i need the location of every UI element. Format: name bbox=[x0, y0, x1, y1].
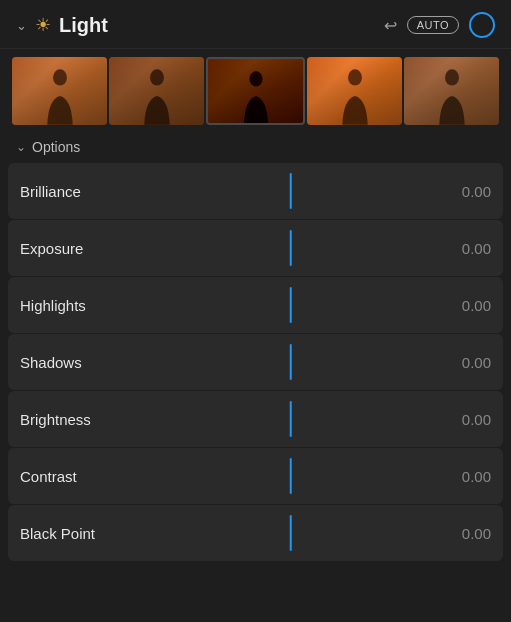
slider-label-shadows: Shadows bbox=[20, 354, 150, 371]
slider-track-blackpoint[interactable] bbox=[150, 505, 431, 561]
slider-track-shadows[interactable] bbox=[150, 334, 431, 390]
slider-label-exposure: Exposure bbox=[20, 240, 150, 257]
svg-point-3 bbox=[348, 70, 362, 86]
slider-track-exposure[interactable] bbox=[150, 220, 431, 276]
slider-indicator-exposure bbox=[289, 230, 292, 266]
filmstrip-item[interactable] bbox=[307, 57, 402, 125]
slider-indicator-highlights bbox=[289, 287, 292, 323]
slider-label-brilliance: Brilliance bbox=[20, 183, 150, 200]
slider-indicator-contrast bbox=[289, 458, 292, 494]
slider-indicator-brilliance bbox=[289, 173, 292, 209]
filmstrip-thumbnail bbox=[208, 59, 303, 123]
svg-point-2 bbox=[249, 71, 262, 86]
header-actions: ↩ AUTO bbox=[384, 12, 495, 38]
slider-label-contrast: Contrast bbox=[20, 468, 150, 485]
toggle-button[interactable] bbox=[469, 12, 495, 38]
panel-header: ⌄ ☀ Light ↩ AUTO bbox=[0, 0, 511, 49]
svg-point-0 bbox=[53, 70, 67, 86]
slider-value-shadows: 0.00 bbox=[431, 354, 491, 371]
panel-title: Light bbox=[59, 14, 376, 37]
slider-value-blackpoint: 0.00 bbox=[431, 525, 491, 542]
svg-point-1 bbox=[150, 70, 164, 86]
filmstrip-item[interactable] bbox=[12, 57, 107, 125]
slider-label-brightness: Brightness bbox=[20, 411, 150, 428]
filmstrip-thumbnail bbox=[109, 57, 204, 125]
slider-label-highlights: Highlights bbox=[20, 297, 150, 314]
slider-track-brightness[interactable] bbox=[150, 391, 431, 447]
filmstrip-item[interactable] bbox=[404, 57, 499, 125]
sliders-container: Brilliance0.00Exposure0.00Highlights0.00… bbox=[0, 163, 511, 622]
light-panel: ⌄ ☀ Light ↩ AUTO bbox=[0, 0, 511, 622]
slider-value-brightness: 0.00 bbox=[431, 411, 491, 428]
filmstrip-item[interactable] bbox=[109, 57, 204, 125]
slider-row-exposure[interactable]: Exposure0.00 bbox=[8, 220, 503, 276]
svg-point-4 bbox=[445, 70, 459, 86]
filmstrip-thumbnail bbox=[404, 57, 499, 125]
collapse-chevron-icon[interactable]: ⌄ bbox=[16, 18, 27, 33]
filmstrip-thumbnail bbox=[12, 57, 107, 125]
slider-label-blackpoint: Black Point bbox=[20, 525, 150, 542]
slider-value-contrast: 0.00 bbox=[431, 468, 491, 485]
auto-button[interactable]: AUTO bbox=[407, 16, 459, 34]
slider-track-highlights[interactable] bbox=[150, 277, 431, 333]
slider-value-exposure: 0.00 bbox=[431, 240, 491, 257]
slider-row-blackpoint[interactable]: Black Point0.00 bbox=[8, 505, 503, 561]
slider-row-brightness[interactable]: Brightness0.00 bbox=[8, 391, 503, 447]
undo-icon[interactable]: ↩ bbox=[384, 16, 397, 35]
options-header[interactable]: ⌄ Options bbox=[0, 133, 511, 163]
filmstrip bbox=[0, 49, 511, 133]
slider-row-highlights[interactable]: Highlights0.00 bbox=[8, 277, 503, 333]
filmstrip-thumbnail bbox=[307, 57, 402, 125]
filmstrip-item[interactable] bbox=[206, 57, 305, 125]
slider-indicator-shadows bbox=[289, 344, 292, 380]
slider-row-shadows[interactable]: Shadows0.00 bbox=[8, 334, 503, 390]
slider-track-brilliance[interactable] bbox=[150, 163, 431, 219]
sun-icon: ☀ bbox=[35, 14, 51, 36]
slider-row-contrast[interactable]: Contrast0.00 bbox=[8, 448, 503, 504]
slider-indicator-brightness bbox=[289, 401, 292, 437]
options-chevron-icon: ⌄ bbox=[16, 140, 26, 154]
slider-track-contrast[interactable] bbox=[150, 448, 431, 504]
slider-indicator-blackpoint bbox=[289, 515, 292, 551]
slider-row-brilliance[interactable]: Brilliance0.00 bbox=[8, 163, 503, 219]
slider-value-highlights: 0.00 bbox=[431, 297, 491, 314]
options-label: Options bbox=[32, 139, 80, 155]
slider-value-brilliance: 0.00 bbox=[431, 183, 491, 200]
